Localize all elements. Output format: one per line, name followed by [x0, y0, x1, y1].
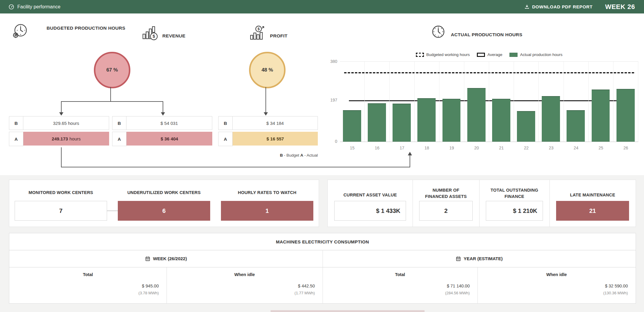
production-hours-chart: 151617181920212223242526 [340, 61, 638, 142]
x-tick-label: 19 [439, 146, 464, 150]
actual-hours-bar-week-20[interactable] [467, 88, 486, 142]
chart-column: 19 [439, 62, 464, 142]
kpi-label: MONITORED WORK CENTERS [9, 190, 112, 196]
y-tick-label: 380 [330, 59, 337, 64]
svg-text:$: $ [257, 27, 260, 31]
chart-column: 21 [489, 62, 514, 142]
current-asset-value[interactable]: $ 1 433K [334, 201, 406, 221]
legend-item-average: Average [477, 52, 502, 57]
work-centers-kpi-panel: MONITORED WORK CENTERS 7 UNDERUTILIZED W… [9, 180, 319, 227]
revenue-bars-coin-icon: $ [142, 25, 159, 41]
actual-hours-bar-week-15[interactable] [343, 110, 361, 142]
week-idle-cell: When idle $ 442.50 (1.77 MWh) [167, 267, 323, 303]
download-pdf-button[interactable]: DOWNLOAD PDF REPORT [524, 4, 593, 9]
dashboard-gauge-icon [8, 4, 14, 10]
actual-hours-bar-week-22[interactable] [517, 111, 535, 142]
budgeted-utilization-value: 67 % [106, 67, 118, 73]
kpi-underutilized-work-centers: UNDERUTILIZED WORK CENTERS 6 [112, 180, 216, 227]
x-tick-label: 17 [390, 146, 414, 150]
chart-column: 20 [464, 62, 489, 142]
cell-energy: (130.36 MWh) [603, 291, 628, 295]
chart-column: 24 [564, 62, 589, 142]
actual-key: A [9, 132, 23, 146]
total-outstanding-finance-value[interactable]: $ 1 210K [486, 201, 543, 221]
calendar-icon [145, 256, 150, 261]
clock-gear-icon [11, 22, 29, 40]
budget-row: B $ 34 184 [218, 116, 318, 130]
budget-revenue-value: $ 54 031 [126, 116, 212, 130]
app-title: Facility performance [17, 4, 60, 10]
x-tick-label: 26 [614, 146, 638, 150]
cell-energy: (284.56 MWh) [445, 291, 470, 295]
x-tick-label: 16 [365, 146, 389, 150]
actual-hours-bar-week-19[interactable] [442, 99, 461, 142]
x-tick-label: 23 [539, 146, 563, 150]
actual-hours-bar-week-18[interactable] [417, 98, 436, 142]
number-of-financed-assets-value[interactable]: 2 [419, 201, 473, 221]
week-column-header: WEEK (26/2022) [9, 250, 323, 267]
year-header-label: YEAR (ESTIMATE) [464, 256, 503, 261]
week-total-cell: Total $ 945.00 (3.78 MWh) [9, 267, 167, 303]
top-bar: Facility performance DOWNLOAD PDF REPORT… [0, 0, 644, 13]
actual-hours-bar-week-21[interactable] [492, 99, 510, 142]
kpi-total-outstanding-finance: TOTAL OUTSTANDING FINANCE $ 1 210K [479, 180, 550, 227]
actual-key: A [218, 132, 233, 146]
cell-amount: $ 442.50 [298, 284, 315, 288]
monitored-work-centers-value[interactable]: 7 [15, 201, 107, 221]
profit-table: B $ 34 184 A $ 16 557 [218, 116, 318, 148]
budget-row: B $ 54 031 [112, 116, 212, 130]
electricity-consumption-panel: MACHINES ELECTRICITY CONSUMPTION WEEK (2… [9, 233, 636, 304]
x-tick-label: 22 [514, 146, 538, 150]
actual-hours-bar-week-26[interactable] [616, 89, 635, 142]
kpi-label: LATE MAINTENANCE [550, 192, 636, 198]
chart-column: 17 [390, 62, 414, 142]
legend-item-budgeted: Budgeted working hours [416, 52, 470, 57]
kpi-late-maintenance: LATE MAINTENANCE 21 [550, 180, 636, 227]
actual-row: A 249.173 hours [9, 132, 109, 146]
legend-label: Budgeted working hours [426, 52, 470, 57]
budget-profit-value: $ 34 184 [233, 116, 318, 130]
cell-energy: (1.77 MWh) [294, 291, 315, 295]
late-maintenance-value[interactable]: 21 [556, 201, 629, 221]
x-tick-label: 15 [340, 146, 364, 150]
kpi-current-asset-value: CURRENT ASSET VALUE $ 1 433K [328, 180, 413, 227]
x-tick-label: 18 [415, 146, 439, 150]
kpi-number-of-financed-assets: NUMBER OF FINANCED ASSETS 2 [413, 180, 479, 227]
legend-label: Average [487, 52, 502, 57]
chart-legend: Budgeted working hours Average Actual pr… [340, 52, 638, 57]
x-tick-label: 21 [489, 146, 514, 150]
y-tick-label: 197 [330, 98, 337, 102]
kpi-label: HOURLY RATES TO WATCH [216, 190, 319, 196]
y-tick-label: 0 [335, 139, 337, 144]
electricity-panel-title: MACHINES ELECTRICITY CONSUMPTION [9, 233, 636, 250]
kpi-value: 6 [162, 208, 166, 214]
x-tick-label: 24 [564, 146, 588, 150]
kpi-value: $ 1 433K [376, 208, 400, 214]
chart-column: 25 [589, 62, 614, 142]
actual-revenue-value: $ 36 404 [126, 132, 212, 146]
kpi-value: 2 [444, 208, 448, 214]
kpi-value: 1 [265, 208, 269, 214]
kpi-label: UNDERUTILIZED WORK CENTERS [112, 190, 216, 196]
actual-hours-bar-week-23[interactable] [542, 96, 560, 142]
kpi-label: NUMBER OF FINANCED ASSETS [413, 187, 479, 200]
green-swatch-icon [509, 53, 518, 57]
underutilized-work-centers-value[interactable]: 6 [118, 201, 210, 221]
chart-column: 16 [365, 62, 390, 142]
actual-hours-bar-week-17[interactable] [393, 104, 411, 142]
profit-ratio-value: 48 % [262, 67, 273, 73]
hourly-rates-to-watch-value[interactable]: 1 [221, 201, 313, 221]
budget-key: B [218, 116, 233, 130]
budget-key: B [9, 116, 23, 130]
cell-amount: $ 945.00 [142, 284, 159, 288]
download-icon [524, 4, 529, 9]
actual-hours-bar-week-16[interactable] [368, 103, 386, 142]
cell-energy: (3.78 MWh) [138, 291, 159, 295]
revenue-table: B $ 54 031 A $ 36 404 [112, 116, 212, 148]
cell-label: When idle [167, 272, 323, 277]
actual-hours-bar-week-24[interactable] [567, 110, 585, 142]
actual-hours-bar-week-25[interactable] [592, 90, 610, 142]
year-idle-cell: When idle $ 32 590.00 (130.36 MWh) [477, 267, 636, 303]
budgeted-production-hours-title: BUDGETED PRODUCTION HOURS [43, 25, 129, 32]
actual-hours-number: 249.173 [52, 136, 68, 141]
